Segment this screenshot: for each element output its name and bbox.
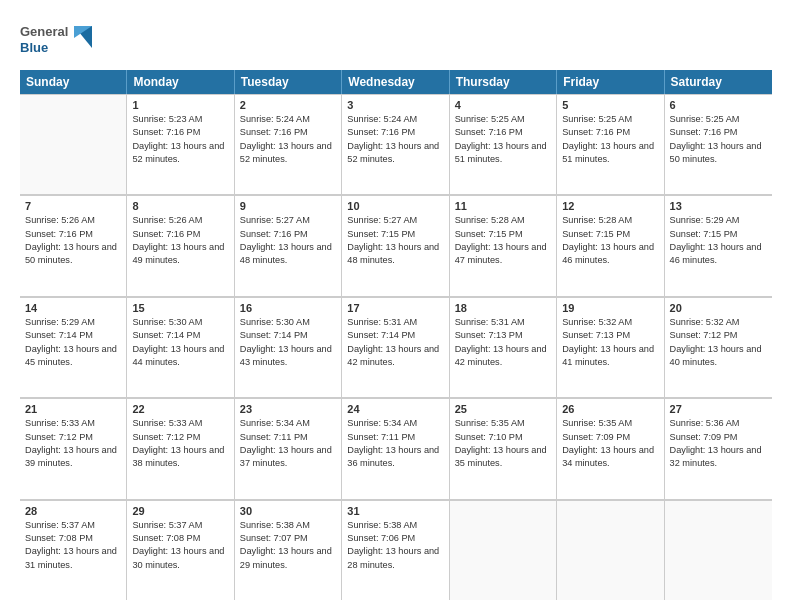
calendar-cell: 29Sunrise: 5:37 AMSunset: 7:08 PMDayligh… [127, 500, 234, 600]
calendar-cell: 8Sunrise: 5:26 AMSunset: 7:16 PMDaylight… [127, 195, 234, 295]
cell-info: Sunrise: 5:24 AMSunset: 7:16 PMDaylight:… [347, 113, 443, 166]
day-number: 3 [347, 99, 443, 111]
cell-info: Sunrise: 5:33 AMSunset: 7:12 PMDaylight:… [25, 417, 121, 470]
day-number: 5 [562, 99, 658, 111]
calendar-cell: 15Sunrise: 5:30 AMSunset: 7:14 PMDayligh… [127, 297, 234, 397]
day-number: 26 [562, 403, 658, 415]
svg-text:Blue: Blue [20, 40, 48, 55]
day-number: 13 [670, 200, 767, 212]
day-of-week-saturday: Saturday [665, 70, 772, 94]
logo-svg: General Blue [20, 18, 100, 62]
cell-info: Sunrise: 5:26 AMSunset: 7:16 PMDaylight:… [132, 214, 228, 267]
calendar-cell [20, 94, 127, 194]
day-number: 15 [132, 302, 228, 314]
cell-info: Sunrise: 5:38 AMSunset: 7:07 PMDaylight:… [240, 519, 336, 572]
calendar-cell: 21Sunrise: 5:33 AMSunset: 7:12 PMDayligh… [20, 398, 127, 498]
calendar-cell: 25Sunrise: 5:35 AMSunset: 7:10 PMDayligh… [450, 398, 557, 498]
day-of-week-tuesday: Tuesday [235, 70, 342, 94]
cell-info: Sunrise: 5:29 AMSunset: 7:14 PMDaylight:… [25, 316, 121, 369]
calendar-cell: 11Sunrise: 5:28 AMSunset: 7:15 PMDayligh… [450, 195, 557, 295]
calendar-cell: 30Sunrise: 5:38 AMSunset: 7:07 PMDayligh… [235, 500, 342, 600]
day-number: 21 [25, 403, 121, 415]
day-number: 12 [562, 200, 658, 212]
day-number: 1 [132, 99, 228, 111]
cell-info: Sunrise: 5:32 AMSunset: 7:13 PMDaylight:… [562, 316, 658, 369]
day-number: 22 [132, 403, 228, 415]
day-number: 16 [240, 302, 336, 314]
calendar-cell: 27Sunrise: 5:36 AMSunset: 7:09 PMDayligh… [665, 398, 772, 498]
day-number: 11 [455, 200, 551, 212]
day-of-week-monday: Monday [127, 70, 234, 94]
cell-info: Sunrise: 5:31 AMSunset: 7:13 PMDaylight:… [455, 316, 551, 369]
cell-info: Sunrise: 5:36 AMSunset: 7:09 PMDaylight:… [670, 417, 767, 470]
calendar-cell: 6Sunrise: 5:25 AMSunset: 7:16 PMDaylight… [665, 94, 772, 194]
cell-info: Sunrise: 5:38 AMSunset: 7:06 PMDaylight:… [347, 519, 443, 572]
calendar-cell [557, 500, 664, 600]
day-number: 7 [25, 200, 121, 212]
cell-info: Sunrise: 5:31 AMSunset: 7:14 PMDaylight:… [347, 316, 443, 369]
calendar-cell: 14Sunrise: 5:29 AMSunset: 7:14 PMDayligh… [20, 297, 127, 397]
cell-info: Sunrise: 5:32 AMSunset: 7:12 PMDaylight:… [670, 316, 767, 369]
cell-info: Sunrise: 5:34 AMSunset: 7:11 PMDaylight:… [347, 417, 443, 470]
svg-text:General: General [20, 24, 68, 39]
calendar-cell: 3Sunrise: 5:24 AMSunset: 7:16 PMDaylight… [342, 94, 449, 194]
day-of-week-sunday: Sunday [20, 70, 127, 94]
day-of-week-wednesday: Wednesday [342, 70, 449, 94]
cell-info: Sunrise: 5:30 AMSunset: 7:14 PMDaylight:… [132, 316, 228, 369]
day-number: 23 [240, 403, 336, 415]
calendar-cell: 13Sunrise: 5:29 AMSunset: 7:15 PMDayligh… [665, 195, 772, 295]
calendar-cell: 17Sunrise: 5:31 AMSunset: 7:14 PMDayligh… [342, 297, 449, 397]
logo: General Blue [20, 18, 100, 62]
calendar: SundayMondayTuesdayWednesdayThursdayFrid… [20, 70, 772, 600]
day-number: 28 [25, 505, 121, 517]
day-number: 9 [240, 200, 336, 212]
cell-info: Sunrise: 5:23 AMSunset: 7:16 PMDaylight:… [132, 113, 228, 166]
calendar-cell: 4Sunrise: 5:25 AMSunset: 7:16 PMDaylight… [450, 94, 557, 194]
page: General Blue SundayMondayTuesdayWednesda… [0, 0, 792, 612]
day-number: 25 [455, 403, 551, 415]
calendar-cell: 2Sunrise: 5:24 AMSunset: 7:16 PMDaylight… [235, 94, 342, 194]
day-number: 30 [240, 505, 336, 517]
cell-info: Sunrise: 5:25 AMSunset: 7:16 PMDaylight:… [455, 113, 551, 166]
day-number: 18 [455, 302, 551, 314]
cell-info: Sunrise: 5:35 AMSunset: 7:09 PMDaylight:… [562, 417, 658, 470]
day-number: 27 [670, 403, 767, 415]
header: General Blue [20, 18, 772, 62]
cell-info: Sunrise: 5:29 AMSunset: 7:15 PMDaylight:… [670, 214, 767, 267]
calendar-cell: 28Sunrise: 5:37 AMSunset: 7:08 PMDayligh… [20, 500, 127, 600]
cell-info: Sunrise: 5:30 AMSunset: 7:14 PMDaylight:… [240, 316, 336, 369]
cell-info: Sunrise: 5:37 AMSunset: 7:08 PMDaylight:… [25, 519, 121, 572]
calendar-row-2: 7Sunrise: 5:26 AMSunset: 7:16 PMDaylight… [20, 195, 772, 296]
calendar-cell: 24Sunrise: 5:34 AMSunset: 7:11 PMDayligh… [342, 398, 449, 498]
cell-info: Sunrise: 5:24 AMSunset: 7:16 PMDaylight:… [240, 113, 336, 166]
cell-info: Sunrise: 5:37 AMSunset: 7:08 PMDaylight:… [132, 519, 228, 572]
day-number: 2 [240, 99, 336, 111]
calendar-row-3: 14Sunrise: 5:29 AMSunset: 7:14 PMDayligh… [20, 297, 772, 398]
cell-info: Sunrise: 5:28 AMSunset: 7:15 PMDaylight:… [562, 214, 658, 267]
calendar-row-1: 1Sunrise: 5:23 AMSunset: 7:16 PMDaylight… [20, 94, 772, 195]
calendar-cell: 23Sunrise: 5:34 AMSunset: 7:11 PMDayligh… [235, 398, 342, 498]
day-number: 19 [562, 302, 658, 314]
cell-info: Sunrise: 5:28 AMSunset: 7:15 PMDaylight:… [455, 214, 551, 267]
day-of-week-friday: Friday [557, 70, 664, 94]
day-number: 14 [25, 302, 121, 314]
day-number: 20 [670, 302, 767, 314]
calendar-cell: 31Sunrise: 5:38 AMSunset: 7:06 PMDayligh… [342, 500, 449, 600]
calendar-cell [665, 500, 772, 600]
cell-info: Sunrise: 5:34 AMSunset: 7:11 PMDaylight:… [240, 417, 336, 470]
day-of-week-thursday: Thursday [450, 70, 557, 94]
calendar-cell: 26Sunrise: 5:35 AMSunset: 7:09 PMDayligh… [557, 398, 664, 498]
calendar-row-4: 21Sunrise: 5:33 AMSunset: 7:12 PMDayligh… [20, 398, 772, 499]
cell-info: Sunrise: 5:35 AMSunset: 7:10 PMDaylight:… [455, 417, 551, 470]
cell-info: Sunrise: 5:27 AMSunset: 7:15 PMDaylight:… [347, 214, 443, 267]
calendar-cell: 10Sunrise: 5:27 AMSunset: 7:15 PMDayligh… [342, 195, 449, 295]
day-number: 31 [347, 505, 443, 517]
calendar-cell: 12Sunrise: 5:28 AMSunset: 7:15 PMDayligh… [557, 195, 664, 295]
calendar-cell: 1Sunrise: 5:23 AMSunset: 7:16 PMDaylight… [127, 94, 234, 194]
day-number: 4 [455, 99, 551, 111]
calendar-cell: 5Sunrise: 5:25 AMSunset: 7:16 PMDaylight… [557, 94, 664, 194]
cell-info: Sunrise: 5:33 AMSunset: 7:12 PMDaylight:… [132, 417, 228, 470]
cell-info: Sunrise: 5:26 AMSunset: 7:16 PMDaylight:… [25, 214, 121, 267]
day-number: 17 [347, 302, 443, 314]
calendar-cell: 19Sunrise: 5:32 AMSunset: 7:13 PMDayligh… [557, 297, 664, 397]
